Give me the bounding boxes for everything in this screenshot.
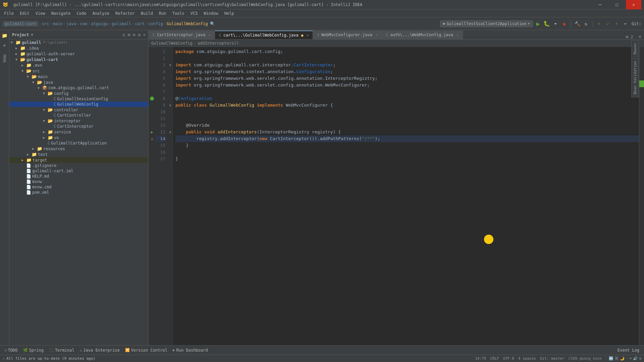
tab-auth-web-mvc-config[interactable]: C auth\...\WebMvcConfig.java × — [382, 31, 463, 39]
menu-run[interactable]: Run — [156, 10, 169, 16]
tree-item-vo[interactable]: ▶ 📁 vo — [9, 135, 148, 140]
run-config-selector[interactable]: ▶ GulimallTestSsoClient2Application ▼ — [440, 20, 533, 27]
tree-item-pom[interactable]: 📄 pom.xml — [9, 190, 148, 195]
menu-edit[interactable]: Edit — [17, 10, 32, 16]
project-view-icon[interactable]: 📁 — [2, 33, 7, 38]
breadcrumb-atguigu[interactable]: atguigu — [91, 21, 108, 26]
close-tab-mvc-configurer[interactable]: × — [376, 33, 378, 37]
menu-window[interactable]: Window — [201, 10, 221, 16]
tab-gulimall-web-config[interactable]: C cart\...\GulimallWebConfig.java ● × — [215, 31, 313, 39]
favorites-icon[interactable]: ★ — [3, 42, 6, 48]
ed-bread-method[interactable]: addInterceptors() — [198, 41, 239, 46]
maximize-button[interactable]: □ — [609, 0, 625, 9]
tree-item-help[interactable]: 📄 HELP.md — [9, 174, 148, 179]
moon-icon[interactable]: 🌙 — [620, 356, 625, 361]
panel-close-icon[interactable]: × — [143, 33, 146, 37]
minimize-button[interactable]: ─ — [592, 0, 608, 9]
git-push-icon[interactable]: ↑ — [613, 20, 620, 27]
menu-help[interactable]: Help — [222, 10, 237, 16]
breadcrumb-module[interactable]: gulimall-cart — [3, 21, 38, 26]
breadcrumb-src[interactable]: src — [42, 21, 49, 26]
close-button[interactable]: × — [626, 0, 641, 9]
panel-collapse-icon[interactable]: ⊟ — [133, 33, 135, 37]
stop-button[interactable]: ◼ — [560, 20, 568, 27]
tree-item-src[interactable]: ▼ 📂 src — [9, 68, 148, 74]
tree-item-gulimall[interactable]: ▼ 📁 gulimall F:\gulimall — [9, 40, 148, 45]
input-method-icon[interactable]: 🔤 — [609, 356, 613, 361]
menu-refactor[interactable]: Refactor — [113, 10, 138, 16]
git-commit-icon[interactable]: ✓ — [604, 20, 611, 27]
menu-vcs[interactable]: VCS — [188, 10, 201, 16]
tree-item-session-config[interactable]: C GulimallSessionConfig — [9, 96, 148, 102]
fold-icon-13[interactable]: ▼ — [169, 130, 171, 134]
bottom-tab-run-dashboard[interactable]: ▶ Run Dashboard — [171, 347, 210, 354]
menu-file[interactable]: File — [1, 10, 16, 16]
panel-expand-icon[interactable]: ⊞ — [128, 33, 130, 37]
settings-tray-icon[interactable]: ⚙ — [639, 356, 641, 361]
tree-item-package[interactable]: ▼ 📦 com.atguigu.gulimall.cart — [9, 85, 148, 90]
tree-item-resources[interactable]: ▶ 📁 resources — [9, 146, 148, 152]
tree-item-web-config[interactable]: C GulimallWebConfig — [9, 102, 148, 107]
fold-icon-3[interactable]: ▼ — [169, 63, 171, 67]
sync-icon[interactable]: ↻ — [582, 20, 590, 27]
tree-item-service[interactable]: ▶ 📁 service — [9, 129, 148, 135]
keyboard-layout-icon[interactable]: ⌨ — [630, 356, 632, 361]
tree-item-mvn[interactable]: ▶ 📁 .mvn — [9, 62, 148, 68]
status-git[interactable]: Git: master — [540, 356, 565, 361]
close-tab-auth-config[interactable]: × — [457, 33, 459, 37]
menu-navigate[interactable]: Navigate — [49, 10, 73, 16]
tab-cart-interceptor[interactable]: C CartInterceptor.java × — [149, 31, 215, 39]
tab-split-icon[interactable]: ⊞ 2 — [623, 35, 636, 39]
ed-bread-class[interactable]: GulimallWebConfig — [151, 41, 193, 46]
run-with-coverage[interactable]: ☂ — [552, 20, 559, 27]
debug-button[interactable]: 🐛 — [543, 20, 550, 27]
sound-icon[interactable]: 🔊 — [633, 356, 638, 361]
panel-locate-icon[interactable]: ◎ — [123, 33, 125, 37]
fold-icon-9[interactable]: ▼ — [169, 104, 171, 107]
tree-item-main[interactable]: ▼ 📂 main — [9, 74, 148, 79]
breadcrumb-file[interactable]: GulimallWebConfig — [167, 21, 208, 26]
breadcrumb-main[interactable]: main — [53, 21, 63, 26]
menu-view[interactable]: View — [33, 10, 48, 16]
panel-settings-icon[interactable]: ⚙ — [138, 33, 141, 37]
breadcrumb-config[interactable]: config — [148, 21, 163, 26]
menu-build[interactable]: Build — [138, 10, 156, 16]
bottom-tab-terminal[interactable]: ⬛ Terminal — [47, 347, 76, 354]
keyboard-icon[interactable]: 英 — [615, 356, 619, 361]
tree-item-cart-interceptor[interactable]: C CartInterceptor — [9, 124, 148, 129]
bottom-tab-event-log[interactable]: Event Log — [615, 347, 641, 354]
bottom-tab-java-enterprise[interactable]: ☕ Java Enterprise — [78, 347, 122, 354]
warning-gutter-icon[interactable]: ⚠ — [151, 136, 153, 141]
web-icon[interactable]: Web — [2, 54, 7, 62]
menu-analyze[interactable]: Analyze — [90, 10, 112, 16]
git-revert-icon[interactable]: ↩ — [622, 20, 629, 27]
status-encoding[interactable]: UTF-8 — [503, 356, 514, 361]
maven-tab[interactable]: Maven — [631, 40, 639, 57]
breadcrumb-gulimall[interactable]: gulimall — [112, 21, 131, 26]
tree-item-iml[interactable]: 📄 gulimall-cart.iml — [9, 168, 148, 174]
tree-item-target[interactable]: ▶ 📁 target — [9, 157, 148, 163]
git-update-icon[interactable]: ↑ — [595, 20, 603, 27]
search-icon[interactable]: 🔍 — [210, 21, 215, 26]
tree-item-idea[interactable]: ▶ 📁 .idea — [9, 45, 148, 51]
code-content[interactable]: package com.atguigu.gulimall.cart.config… — [173, 47, 639, 345]
tree-item-test[interactable]: ▶ 📁 test — [9, 152, 148, 157]
configuration-gutter-icon[interactable] — [150, 97, 154, 101]
tree-item-controller[interactable]: ▼ 📂 controller — [9, 107, 148, 113]
tree-item-java[interactable]: ▼ 📂 java — [9, 79, 148, 85]
close-editor-icon[interactable]: × — [636, 34, 644, 39]
bean-validation-tab[interactable]: Bean Validation — [631, 58, 639, 97]
close-tab-web-config[interactable]: × — [307, 34, 309, 37]
tree-item-cart[interactable]: ▼ 📂 gulimall-cart — [9, 57, 148, 62]
tree-item-cart-controller[interactable]: C CartController — [9, 113, 148, 118]
status-crlf[interactable]: CRLF — [490, 356, 499, 361]
run-button[interactable]: ▶ — [534, 20, 542, 27]
close-tab-cart-interceptor[interactable]: × — [209, 33, 211, 37]
tree-item-mvnw-cmd[interactable]: 📄 mvnw.cmd — [9, 184, 148, 190]
menu-tools[interactable]: Tools — [170, 10, 187, 16]
build-icon[interactable]: 🔨 — [574, 20, 581, 27]
tree-item-cart-app[interactable]: C GulimallCartApplication — [9, 140, 148, 146]
tab-web-mvc-configurer[interactable]: I WebMvcConfigurer.java × — [313, 31, 382, 39]
status-indent[interactable]: 4 spaces — [518, 356, 536, 361]
bottom-tab-todo[interactable]: ☑ TODO — [3, 347, 20, 354]
